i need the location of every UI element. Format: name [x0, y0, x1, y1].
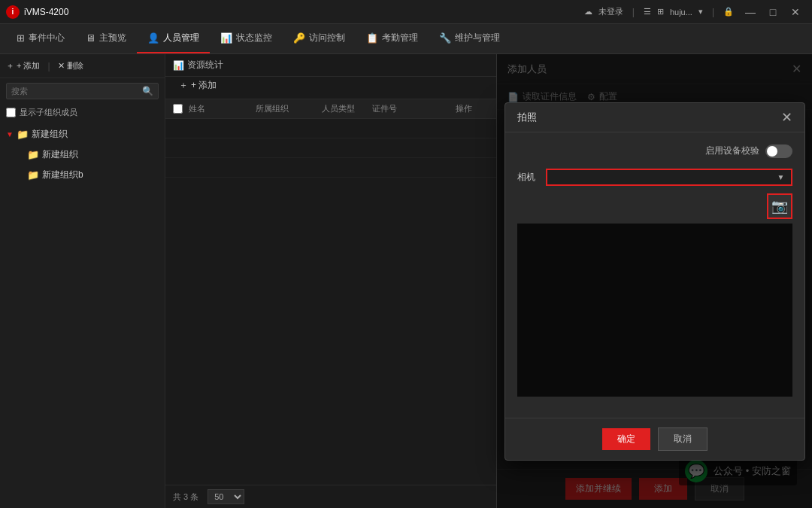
- table-row: [165, 158, 496, 178]
- tree-item-child-1[interactable]: 📁 新建组织: [15, 144, 165, 165]
- resource-stats-button[interactable]: 📊 资源统计: [173, 59, 223, 71]
- add-icon: ＋: [6, 60, 14, 71]
- preview-icon: 🖥: [86, 32, 95, 44]
- nav-label-overview: 事件中心: [29, 32, 65, 44]
- username[interactable]: huju...: [670, 8, 692, 17]
- dialog-confirm-button[interactable]: 确定: [602, 428, 650, 450]
- dialog-title: 拍照: [517, 111, 537, 124]
- minimize-button[interactable]: —: [740, 5, 761, 20]
- lock-icon[interactable]: 🔒: [723, 7, 734, 17]
- tree-item-child-2[interactable]: 📁 新建组织b: [15, 165, 165, 185]
- device-calib-toggle[interactable]: [765, 144, 792, 158]
- nav-item-access[interactable]: 🔑 访问控制: [283, 24, 356, 53]
- toggle-knob: [767, 146, 777, 157]
- col-header-id: 证件号: [372, 103, 439, 114]
- show-sub-members-checkbox[interactable]: [6, 108, 16, 117]
- close-button[interactable]: ✕: [785, 5, 806, 20]
- nav-item-persons[interactable]: 👤 人员管理: [137, 24, 210, 53]
- add-person-panel: 添加人员 ✕ 📄 读取证件信息 ⚙ 配置 ＋ 添加人脸 2032-09-04: [496, 54, 812, 508]
- nav-item-attendance[interactable]: 📋 考勤管理: [356, 24, 429, 53]
- dialog-header: 拍照 ✕: [505, 103, 804, 132]
- capture-btn-wrapper: 📷: [517, 193, 792, 219]
- col-header-ops: 操作: [439, 103, 489, 114]
- sidebar-toolbar: ＋ + 添加 | ✕ 删除: [0, 54, 165, 78]
- nav-label-status: 状态监控: [236, 32, 272, 44]
- camera-select-row: 相机 ▼: [517, 169, 792, 186]
- folder-icon-child1: 📁: [27, 149, 39, 160]
- tree-item-label-root: 新建组织: [32, 128, 68, 141]
- main-panel: 📊 资源统计 ＋ + 添加 姓名 所属组织 人员类型 证件号 操作: [165, 54, 496, 508]
- show-sub-members-label: 显示子组织成员: [20, 107, 77, 118]
- window-controls: — □ ✕: [740, 5, 806, 20]
- sidebar-add-button[interactable]: ＋ + 添加: [6, 60, 40, 71]
- dialog-body: 启用设备校验 相机 ▼ 📷: [505, 132, 804, 418]
- table-row: [165, 138, 496, 158]
- nav-label-preview: 主预览: [99, 32, 126, 44]
- search-icon: 🔍: [142, 86, 153, 96]
- nav-item-overview[interactable]: ⊞ 事件中心: [6, 24, 75, 53]
- logo-icon: i: [6, 5, 20, 19]
- user-status: 未登录: [598, 6, 623, 17]
- folder-icon: 📁: [17, 129, 29, 140]
- capture-button[interactable]: 📷: [767, 193, 792, 219]
- main-add-icon: ＋: [179, 79, 188, 92]
- device-calib-row: 启用设备校验: [517, 144, 792, 158]
- tree-item-label-child2: 新建组织b: [42, 169, 83, 181]
- sidebar: ＋ + 添加 | ✕ 删除 🔍 显示子组织成员 ▼ 📁 新建组织: [0, 54, 165, 508]
- nav-label-maintain: 维护与管理: [455, 32, 500, 44]
- select-all-checkbox[interactable]: [173, 104, 183, 114]
- attendance-icon: 📋: [366, 32, 378, 44]
- sidebar-search-box[interactable]: 🔍: [6, 83, 159, 99]
- nav-item-preview[interactable]: 🖥 主预览: [75, 24, 137, 53]
- col-header-dept: 所属组织: [256, 103, 323, 114]
- per-page-select[interactable]: 50 100: [208, 489, 244, 504]
- maximize-button[interactable]: □: [762, 5, 783, 20]
- photo-dialog: 拍照 ✕ 启用设备校验 相机 ▼: [504, 102, 805, 461]
- status-icon: 📊: [220, 32, 232, 44]
- camera-dropdown-arrow: ▼: [777, 173, 785, 181]
- delete-icon: ✕: [58, 61, 65, 71]
- show-sub-members-row: 显示子组织成员: [0, 104, 165, 121]
- nav-label-persons: 人员管理: [163, 32, 199, 44]
- app-logo: i iVMS-4200: [6, 5, 68, 19]
- modal-overlay: 拍照 ✕ 启用设备校验 相机 ▼: [497, 54, 812, 508]
- col-header-type: 人员类型: [322, 103, 372, 114]
- table-row: [165, 119, 496, 138]
- sidebar-delete-button[interactable]: ✕ 删除: [58, 60, 83, 71]
- tree-item-label-child1: 新建组织: [42, 148, 78, 161]
- nav-label-attendance: 考勤管理: [382, 32, 418, 44]
- maintain-icon: 🔧: [439, 32, 451, 44]
- overview-icon: ⊞: [17, 32, 25, 44]
- tree-children: 📁 新建组织 📁 新建组织b: [0, 144, 165, 185]
- stats-icon: 📊: [173, 60, 184, 71]
- dialog-cancel-button[interactable]: 取消: [658, 427, 707, 451]
- persons-icon: 👤: [147, 32, 159, 44]
- nav-item-maintain[interactable]: 🔧 维护与管理: [429, 24, 511, 53]
- camera-preview: [517, 224, 792, 397]
- menu-icon[interactable]: ☰: [644, 7, 651, 17]
- camera-capture-icon: 📷: [771, 198, 788, 214]
- grid-icon[interactable]: ⊞: [657, 7, 664, 17]
- table-header: 姓名 所属组织 人员类型 证件号 操作: [165, 99, 496, 119]
- camera-select-box[interactable]: ▼: [546, 169, 792, 186]
- main-navigation: ⊞ 事件中心 🖥 主预览 👤 人员管理 📊 状态监控 🔑 访问控制 📋 考勤管理…: [0, 24, 812, 54]
- folder-icon-child2: 📁: [27, 169, 39, 181]
- dropdown-arrow-user[interactable]: ▾: [698, 7, 703, 17]
- main-add-button[interactable]: ＋ + 添加: [173, 77, 223, 94]
- camera-label: 相机: [517, 171, 540, 184]
- bottom-bar: 共 3 条 50 100: [165, 485, 496, 508]
- pagination-total: 共 3 条: [173, 491, 198, 503]
- cloud-icon: ☁: [584, 7, 592, 17]
- sidebar-tree: ▼ 📁 新建组织 📁 新建组织 📁 新建组织b: [0, 121, 165, 188]
- search-input[interactable]: [11, 87, 142, 96]
- dialog-close-button[interactable]: ✕: [781, 111, 792, 124]
- content-area: ＋ + 添加 | ✕ 删除 🔍 显示子组织成员 ▼ 📁 新建组织: [0, 54, 812, 508]
- device-calib-label: 启用设备校验: [705, 144, 759, 157]
- app-title: iVMS-4200: [24, 7, 68, 17]
- main-add-toolbar: ＋ + 添加: [165, 77, 496, 99]
- title-bar-right: ☁ 未登录 | ☰ ⊞ huju... ▾ | 🔒 — □ ✕: [584, 5, 806, 20]
- nav-item-status[interactable]: 📊 状态监控: [210, 24, 283, 53]
- title-bar: i iVMS-4200 ☁ 未登录 | ☰ ⊞ huju... ▾ | 🔒 — …: [0, 0, 812, 24]
- tree-expand-icon: ▼: [6, 130, 14, 138]
- tree-item-root[interactable]: ▼ 📁 新建组织: [0, 124, 165, 144]
